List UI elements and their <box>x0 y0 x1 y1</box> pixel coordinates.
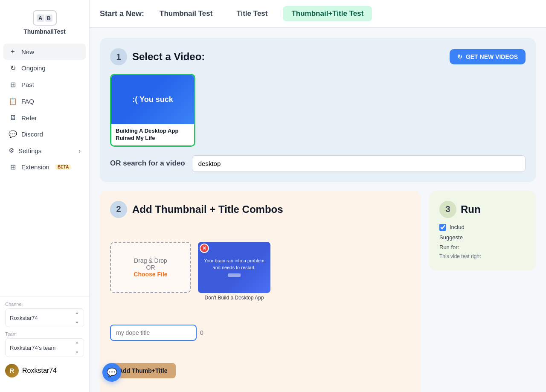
avatar: R <box>5 364 19 377</box>
chevron-right-icon: › <box>78 147 81 154</box>
sidebar-item-extension-label: Extension <box>21 163 49 171</box>
choose-file-label[interactable]: Choose File <box>134 271 167 278</box>
sidebar-bottom: Channel Roxkstar74 ⌃⌄ Team Roxkstar74's … <box>0 296 89 385</box>
plus-icon: + <box>9 48 17 55</box>
get-new-videos-button[interactable]: ↻ GET NEW VIDEOS <box>450 49 526 64</box>
sidebar: A B ThumbnailTest + New ↻ Ongoing ⊞ Past… <box>0 0 90 392</box>
step3-number: 3 <box>439 201 456 218</box>
upload-area: Drag & Drop OR Choose File Your brain ra… <box>110 242 270 301</box>
thumb-preview: Your brain ran into a problem and needs … <box>198 242 270 293</box>
section1-header: 1 Select a Video: ↻ GET NEW VIDEOS <box>110 48 526 65</box>
video-card[interactable]: :( You suck Building A Desktop App Ruine… <box>110 74 195 147</box>
title-input-row: 0 <box>110 325 209 341</box>
section3-header: 3 Run <box>439 201 526 218</box>
ongoing-icon: ↻ <box>9 64 17 72</box>
user-profile[interactable]: R Roxkstar74 <box>5 361 84 380</box>
sidebar-item-discord-label: Discord <box>21 131 43 138</box>
avatar-img: R <box>5 364 19 377</box>
thumb-close-button[interactable]: ✕ <box>200 244 209 253</box>
thumb-preview-text: Your brain ran into a problem and needs … <box>202 258 266 271</box>
thumb-label: Don't Build a Desktop App <box>204 295 264 301</box>
chat-button[interactable]: 💬 <box>102 363 121 382</box>
sidebar-item-discord[interactable]: 💬 Discord <box>3 126 86 142</box>
section2-card: 2 Add Thumbnail + Title Combos Drag & Dr… <box>100 191 421 392</box>
video-thumb-text: :( You suck <box>132 95 173 104</box>
section1-card: 1 Select a Video: ↻ GET NEW VIDEOS :( Yo… <box>100 38 536 182</box>
step2-number: 2 <box>110 201 127 218</box>
faq-icon: 📋 <box>9 97 17 105</box>
sidebar-item-faq[interactable]: 📋 FAQ <box>3 93 86 110</box>
section3-card: 3 Run Includ Suggeste Run for: This vide… <box>429 191 536 270</box>
sidebar-item-faq-label: FAQ <box>21 98 34 105</box>
sidebar-item-settings[interactable]: ⚙ Settings › <box>3 142 86 159</box>
sidebar-logo: A B ThumbnailTest <box>0 7 89 44</box>
channel-dropdown[interactable]: Roxkstar74 ⌃⌄ <box>5 308 84 327</box>
logo-icon: A B <box>33 10 57 26</box>
sidebar-item-refer-label: Refer <box>21 114 37 122</box>
sidebar-item-new[interactable]: + New <box>3 44 86 60</box>
extension-icon: ⊞ <box>9 163 17 171</box>
settings-icon: ⚙ <box>9 147 14 154</box>
user-name: Roxkstar74 <box>22 367 57 375</box>
video-grid: :( You suck Building A Desktop App Ruine… <box>110 74 526 147</box>
sidebar-item-ongoing[interactable]: ↻ Ongoing <box>3 60 86 76</box>
title-input[interactable] <box>110 325 197 341</box>
this-video-text: This vide test right <box>439 253 526 260</box>
include-label: Includ <box>450 224 465 230</box>
team-label: Team <box>5 331 84 337</box>
video-thumbnail: :( You suck <box>111 75 194 124</box>
team-chevron-icon: ⌃⌄ <box>75 341 79 354</box>
tab-thumbnail-title-test[interactable]: Thumbnail+Title Test <box>283 6 372 21</box>
channel-label: Channel <box>5 302 84 307</box>
app-title: ThumbnailTest <box>23 28 66 35</box>
get-new-videos-label: GET NEW VIDEOS <box>466 53 518 60</box>
refresh-icon: ↻ <box>457 53 462 60</box>
team-dropdown[interactable]: Roxkstar74's team ⌃⌄ <box>5 338 84 357</box>
tab-title-test[interactable]: Title Test <box>228 6 276 21</box>
channel-section: Channel Roxkstar74 ⌃⌄ <box>5 302 84 327</box>
section2-header: 2 Add Thumbnail + Title Combos <box>110 201 283 218</box>
step1-number: 1 <box>110 48 127 65</box>
section3-title-text: Run <box>461 203 481 215</box>
start-label: Start a New: <box>100 9 144 18</box>
sidebar-nav: + New ↻ Ongoing ⊞ Past 📋 FAQ 🖥 Refer 💬 D… <box>0 44 89 296</box>
sidebar-item-new-label: New <box>21 48 34 55</box>
section1-title: 1 Select a Video: <box>110 48 205 65</box>
suggested-text: Suggeste <box>439 234 526 241</box>
run-for-text: Run for: <box>439 244 526 250</box>
discord-icon: 💬 <box>9 130 17 138</box>
search-input[interactable] <box>192 155 526 172</box>
sidebar-item-past[interactable]: ⊞ Past <box>3 76 86 93</box>
main-content: Start a New: Thumbnail Test Title Test T… <box>90 0 546 392</box>
or-label: OR <box>146 264 155 271</box>
beta-badge: BETA <box>55 164 71 170</box>
search-row: OR search for a video <box>110 155 526 172</box>
sections-2-3-row: 2 Add Thumbnail + Title Combos Drag & Dr… <box>100 191 536 392</box>
tab-thumbnail-test[interactable]: Thumbnail Test <box>151 6 221 21</box>
sidebar-item-ongoing-label: Ongoing <box>21 64 46 72</box>
chat-icon: 💬 <box>107 367 117 377</box>
drag-drop-label: Drag & Drop <box>134 257 167 264</box>
content-area: 1 Select a Video: ↻ GET NEW VIDEOS :( Yo… <box>90 28 546 392</box>
section2-title-text: Add Thumbnail + Title Combos <box>132 203 283 215</box>
include-check-row: Includ <box>439 224 526 231</box>
channel-chevron-icon: ⌃⌄ <box>75 311 79 324</box>
drop-zone[interactable]: Drag & Drop OR Choose File <box>110 242 191 293</box>
sidebar-item-settings-label: Settings <box>18 147 41 154</box>
channel-value: Roxkstar74 <box>10 315 38 321</box>
section1-title-text: Select a Video: <box>132 51 205 63</box>
char-count: 0 <box>200 329 209 336</box>
header: Start a New: Thumbnail Test Title Test T… <box>90 0 546 28</box>
team-section: Team Roxkstar74's team ⌃⌄ <box>5 331 84 357</box>
thumb-preview-container: Your brain ran into a problem and needs … <box>198 242 270 301</box>
sidebar-item-refer[interactable]: 🖥 Refer <box>3 110 86 126</box>
include-checkbox[interactable] <box>439 224 446 231</box>
sidebar-item-extension[interactable]: ⊞ Extension BETA <box>3 159 86 175</box>
search-label: OR search for a video <box>110 159 185 168</box>
past-icon: ⊞ <box>9 81 17 89</box>
video-title: Building A Desktop App Ruined My Life <box>111 124 194 145</box>
refer-icon: 🖥 <box>9 114 17 122</box>
sidebar-item-past-label: Past <box>21 81 34 88</box>
team-value: Roxkstar74's team <box>10 345 55 351</box>
